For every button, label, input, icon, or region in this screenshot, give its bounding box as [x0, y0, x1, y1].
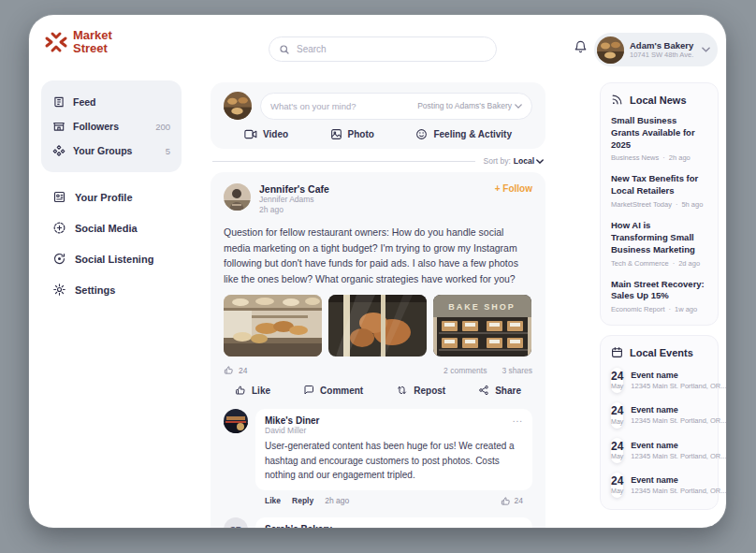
photo-icon	[330, 128, 342, 140]
sidebar: Feed Followers 200 Your Groups 5 You	[41, 80, 182, 305]
composer-input[interactable]	[270, 101, 412, 111]
news-item[interactable]: New Tax Benefits for Local Retailers Mar…	[611, 173, 707, 209]
sort-label: Sort by:	[484, 156, 511, 166]
post-photos: BAKE SHOP	[224, 295, 532, 357]
photo-label: Photo	[348, 129, 374, 139]
plus-circle-icon	[52, 221, 66, 235]
sidebar-label: Followers	[73, 121, 119, 132]
news-meta: MarketStreet Today · 5h ago	[611, 200, 707, 209]
chevron-down-icon	[702, 47, 710, 52]
post-photo-bakery-interior[interactable]	[224, 295, 322, 357]
comment-like-count-value: 24	[515, 496, 523, 505]
comment-like-count: 24	[501, 496, 523, 506]
video-button[interactable]: Video	[244, 128, 288, 140]
dot-separator: ·	[676, 200, 678, 209]
post-author-block: Jennifer's Cafe Jennifer Adams 2h ago	[259, 183, 329, 216]
sidebar-label: Feed	[73, 96, 96, 108]
news-meta: Tech & Commerce · 2d ago	[611, 259, 707, 268]
post-photo-bake-shop[interactable]: BAKE SHOP	[433, 295, 531, 357]
comment-like-button[interactable]: Like	[265, 496, 281, 505]
event-name: Event name	[631, 441, 726, 450]
photo-button[interactable]: Photo	[330, 128, 374, 140]
comment: ... Mike's Diner David Miller User-gener…	[224, 409, 532, 506]
news-item[interactable]: Small Business Grants Available for 2025…	[611, 115, 707, 162]
logo-text: Market Street	[73, 29, 112, 54]
sidebar-item-social-media[interactable]: Social Media	[41, 212, 182, 243]
event-day: 24	[611, 475, 623, 488]
news-item[interactable]: How AI is Transforming Small Business Ma…	[611, 220, 707, 267]
news-source: MarketStreet Today	[611, 200, 672, 209]
sidebar-item-settings[interactable]: Settings	[41, 274, 182, 305]
sidebar-item-followers[interactable]: Followers 200	[51, 114, 172, 138]
follow-button[interactable]: + Follow	[495, 183, 532, 194]
repost-button[interactable]: Repost	[396, 385, 445, 396]
post-photo-bread-case[interactable]	[328, 295, 427, 357]
comment-reply-button[interactable]: Reply	[292, 496, 313, 505]
sidebar-item-social-listening[interactable]: Social Listening	[41, 243, 182, 274]
listening-icon	[52, 252, 66, 266]
event-item[interactable]: 24 May Event name 12345 Main St. Portlan…	[611, 473, 707, 498]
right-sidebar: Local News Small Business Grants Availab…	[600, 82, 719, 510]
shares-count[interactable]: 3 shares	[502, 366, 532, 375]
comment-business-name: Mike's Diner	[265, 415, 523, 426]
thumbs-up-icon	[224, 365, 234, 375]
search-input[interactable]	[297, 44, 487, 54]
dot-separator: ·	[662, 153, 665, 162]
video-camera-icon	[244, 129, 257, 139]
event-item[interactable]: 24 May Event name 12345 Main St. Portlan…	[611, 368, 707, 393]
event-day: 24	[611, 371, 623, 383]
posting-to-dropdown[interactable]: Posting to Adams's Bakery	[417, 101, 522, 110]
news-time: 2h ago	[669, 153, 691, 162]
gear-icon	[52, 283, 66, 297]
profile-menu[interactable]: Adam's Bakery 10741 SW 48th Ave.	[594, 33, 718, 66]
event-item[interactable]: 24 May Event name 12345 Main St. Portlan…	[611, 438, 707, 463]
sort-dropdown[interactable]: Local	[514, 156, 544, 166]
composer-input-wrap: Posting to Adams's Bakery	[260, 93, 532, 120]
search-icon	[279, 44, 290, 55]
comment-text: User-generated content has been huge for…	[265, 439, 523, 483]
feed-post: Jennifer's Cafe Jennifer Adams 2h ago + …	[211, 172, 545, 528]
bake-shop-sign-text: BAKE SHOP	[448, 302, 516, 312]
event-item[interactable]: 24 May Event name 12345 Main St. Portlan…	[611, 402, 707, 428]
comment-button[interactable]: Comment	[303, 385, 363, 396]
avatar	[224, 409, 248, 433]
sidebar-item-your-profile[interactable]: Your Profile	[41, 182, 182, 212]
video-label: Video	[263, 129, 288, 139]
storefront-icon	[52, 120, 65, 133]
share-button[interactable]: Share	[478, 385, 521, 396]
event-name: Event name	[631, 371, 726, 380]
sidebar-item-your-groups[interactable]: Your Groups 5	[51, 138, 172, 163]
bell-icon[interactable]	[574, 39, 588, 54]
chevron-down-icon	[536, 159, 544, 164]
local-news-title: Local News	[630, 95, 687, 106]
comment-author-name: David Miller	[265, 426, 523, 435]
more-button[interactable]: ...	[513, 522, 523, 528]
event-day: 24	[611, 405, 623, 417]
dot-separator: ·	[669, 305, 672, 313]
repost-arrows-icon	[396, 385, 408, 396]
sidebar-item-feed[interactable]: Feed	[51, 90, 172, 114]
search-bar[interactable]	[269, 36, 497, 62]
comments-count[interactable]: 2 comments	[443, 366, 487, 375]
groups-count: 5	[166, 146, 170, 156]
news-item[interactable]: Main Street Recovery: Sales Up 15% Econo…	[611, 279, 707, 314]
post-business-name: Jennifer's Cafe	[259, 183, 329, 195]
news-time: 2d ago	[678, 259, 700, 268]
comment: SB ... Sarah's Bakery Sarah Stevens Coll…	[224, 517, 532, 528]
event-date-badge: 24 May	[611, 368, 623, 393]
comment-bubble-icon	[303, 385, 314, 396]
comment-time: 2h ago	[325, 496, 349, 505]
comment-meta-row: Like Reply 2h ago 24	[255, 490, 532, 506]
more-button[interactable]: ...	[513, 414, 523, 424]
news-headline: How AI is Transforming Small Business Ma…	[611, 220, 707, 255]
feeling-activity-button[interactable]: Feeling & Activity	[415, 128, 512, 140]
comment-bubble: ... Mike's Diner David Miller User-gener…	[255, 409, 532, 490]
feeling-activity-label: Feeling & Activity	[433, 129, 512, 139]
event-address: 12345 Main St. Portland, OR...	[631, 416, 726, 425]
avatar	[597, 36, 624, 64]
like-label: Like	[252, 386, 270, 396]
thumbs-up-icon	[501, 496, 511, 506]
smiley-icon	[415, 128, 428, 140]
feed-column: Posting to Adams's Bakery Video Photo Fe…	[211, 82, 545, 528]
like-button[interactable]: Like	[235, 385, 270, 396]
